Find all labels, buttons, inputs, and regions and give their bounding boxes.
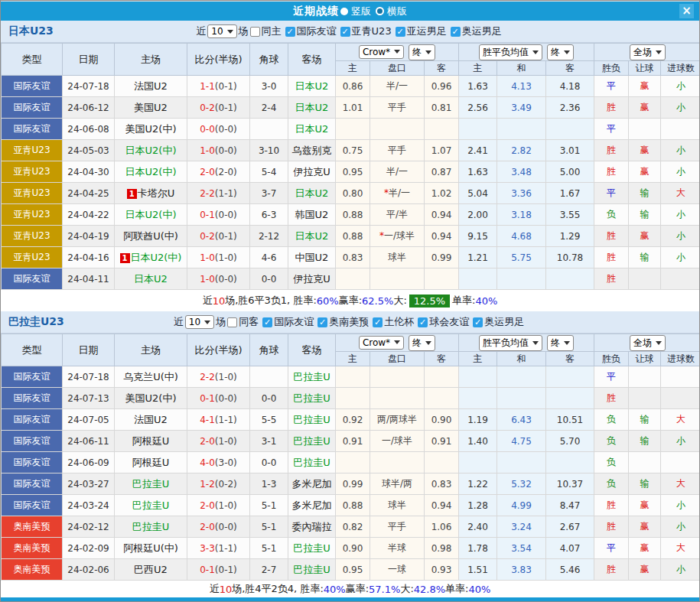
avg-type-select[interactable]: 胜平负均值 bbox=[479, 44, 542, 60]
avg-home-cell: 1.21 bbox=[459, 247, 497, 268]
filter-checkbox-3[interactable]: ✓ bbox=[418, 317, 428, 327]
vertical-layout-radio[interactable] bbox=[340, 8, 348, 15]
away-team: 多米尼加 bbox=[288, 473, 336, 495]
team-title: 日本U23 bbox=[8, 24, 54, 38]
result-cell: 胜 bbox=[594, 226, 629, 247]
filter-label-0[interactable]: 国际友谊 bbox=[274, 315, 314, 329]
final-score: 3-3 bbox=[200, 543, 215, 554]
select-value: Crow* bbox=[363, 337, 390, 348]
same-venue-checkbox[interactable] bbox=[227, 317, 237, 327]
same-venue-checkbox[interactable] bbox=[250, 27, 260, 37]
summary-part: 60% bbox=[317, 295, 339, 307]
avg-time-select[interactable]: 终 bbox=[547, 44, 574, 60]
horizontal-layout-radio[interactable] bbox=[376, 7, 384, 15]
filter-label-1[interactable]: 亚青U23 bbox=[352, 24, 392, 38]
horizontal-layout-label[interactable]: 横版 bbox=[387, 5, 407, 17]
away-team: 乌兹别克 bbox=[288, 140, 336, 161]
odds-company-select[interactable]: Crow* bbox=[359, 336, 404, 350]
avg-away-header: 客 bbox=[546, 352, 594, 366]
home-team-name: 卡塔尔U bbox=[138, 187, 175, 199]
final-score: 1-0 bbox=[200, 274, 215, 285]
final-score: 0-1 bbox=[200, 565, 215, 575]
filter-label-1[interactable]: 奥南美预 bbox=[329, 315, 369, 329]
handicap-cell: 两/两球半 bbox=[370, 409, 425, 431]
filter-checkbox-4[interactable]: ✓ bbox=[473, 317, 483, 327]
filter-checkbox-3[interactable]: ✓ bbox=[451, 27, 461, 37]
away-team: 中国U2 bbox=[288, 247, 336, 268]
near-label: 近 bbox=[196, 24, 206, 38]
final-score: 4-1 bbox=[200, 415, 215, 425]
avg-away-cell bbox=[546, 366, 594, 388]
filter-checkbox-2[interactable]: ✓ bbox=[396, 27, 405, 37]
odds-time-select[interactable]: 终 bbox=[409, 44, 435, 60]
filter-checkbox-1[interactable]: ✓ bbox=[340, 27, 350, 37]
match-row: 亚青U2324-04-251卡塔尔U2-2(1-1)3-7日本U20.80*半/… bbox=[2, 183, 700, 204]
goals-cell: 小 bbox=[661, 495, 700, 516]
col-header-score: 比分(半场) bbox=[187, 334, 250, 366]
type-badge: 亚青U23 bbox=[2, 183, 63, 204]
filter-label-2[interactable]: 土伦杯 bbox=[384, 315, 414, 329]
filter-label-4[interactable]: 奥运男足 bbox=[484, 315, 524, 329]
score-cell: 4-0(3-0) bbox=[187, 452, 250, 473]
away-team-name: 巴拉圭U bbox=[293, 392, 330, 404]
filter-checkbox-0[interactable]: ✓ bbox=[285, 27, 295, 37]
filter-label-3[interactable]: 球会友谊 bbox=[429, 315, 469, 329]
result-cell: 平 bbox=[594, 76, 629, 97]
avg-type-select[interactable]: 胜平负均值 bbox=[479, 335, 542, 351]
col-header-home: 主场 bbox=[115, 334, 187, 366]
home-team-name: 日本U2(中) bbox=[125, 209, 177, 220]
result-cell: 胜 bbox=[594, 268, 629, 290]
filter-checkbox-2[interactable]: ✓ bbox=[373, 317, 383, 327]
type-badge: 亚青U23 bbox=[2, 204, 63, 226]
score-cell: 1-0(1-0) bbox=[187, 247, 250, 268]
scope-select[interactable]: 全场 bbox=[630, 44, 666, 60]
avg-draw-cell: 5.32 bbox=[497, 473, 546, 495]
filter-label-0[interactable]: 国际友谊 bbox=[297, 24, 337, 38]
filter-checkbox-0[interactable]: ✓ bbox=[262, 317, 272, 327]
avg-time-select[interactable]: 终 bbox=[547, 335, 574, 351]
odds-home-cell bbox=[336, 268, 370, 290]
select-value: 终 bbox=[551, 46, 560, 59]
corner-cell: 2-7 bbox=[250, 559, 288, 581]
filter-label-3[interactable]: 奥运男足 bbox=[462, 24, 502, 38]
same-venue-label[interactable]: 同主 bbox=[262, 24, 282, 38]
away-team: 巴拉圭U bbox=[288, 388, 336, 409]
match-row: 国际友谊24-06-11阿根廷U2-0(1-0)3-1巴拉圭U0.91一/球半0… bbox=[2, 431, 700, 452]
final-score: 0-0 bbox=[200, 124, 215, 135]
filter-label-2[interactable]: 亚运男足 bbox=[407, 24, 447, 38]
avg-draw-cell: 4.75 bbox=[497, 431, 546, 452]
half-score: (0-1) bbox=[215, 231, 237, 242]
filter-checkbox-1[interactable]: ✓ bbox=[317, 317, 327, 327]
chevron-down-icon bbox=[227, 30, 233, 34]
home-team-name: 日本U2 bbox=[134, 273, 168, 285]
half-score: (0-1) bbox=[215, 103, 237, 113]
corner-cell: 3-1 bbox=[250, 431, 288, 452]
close-icon[interactable]: × bbox=[679, 4, 694, 18]
odds-away-header: 客 bbox=[425, 61, 459, 76]
home-team-name: 法国U2 bbox=[134, 414, 168, 425]
corner-cell: 5-1 bbox=[250, 495, 288, 516]
away-team-name: 日本U2 bbox=[295, 230, 329, 242]
goals-header: 进球数 bbox=[661, 61, 700, 76]
goals-cell: 大 bbox=[661, 409, 700, 431]
odds-time-select[interactable]: 终 bbox=[409, 335, 435, 351]
select-value: 终 bbox=[412, 46, 422, 59]
games-label: 场 bbox=[239, 24, 249, 38]
vertical-layout-label[interactable]: 竖版 bbox=[351, 5, 371, 17]
games-count-select[interactable]: 10 bbox=[207, 24, 236, 38]
home-team-name: 乌克兰U(中) bbox=[123, 371, 178, 382]
odds-company-select[interactable]: Crow* bbox=[359, 45, 404, 59]
half-score: (1-0) bbox=[215, 436, 237, 447]
match-row: 亚青U2324-04-161日本U2(中)1-0(1-0)4-6中国U20.83… bbox=[2, 247, 700, 268]
final-score: 2-2 bbox=[200, 188, 215, 199]
odds-home-cell: 0.83 bbox=[336, 247, 370, 268]
final-score: 1-1 bbox=[200, 81, 215, 92]
select-value: 10 bbox=[211, 26, 223, 37]
result-cell: 平 bbox=[594, 183, 629, 204]
match-row: 国际友谊24-07-18法国U21-1(0-1)3-0日本U20.86半/一0.… bbox=[2, 76, 700, 97]
games-count-select[interactable]: 10 bbox=[185, 315, 214, 329]
same-venue-label[interactable]: 同客 bbox=[239, 315, 259, 329]
away-team: 伊拉克U bbox=[288, 161, 336, 183]
avg-away-cell: 10.78 bbox=[546, 247, 594, 268]
scope-select[interactable]: 全场 bbox=[630, 335, 666, 351]
